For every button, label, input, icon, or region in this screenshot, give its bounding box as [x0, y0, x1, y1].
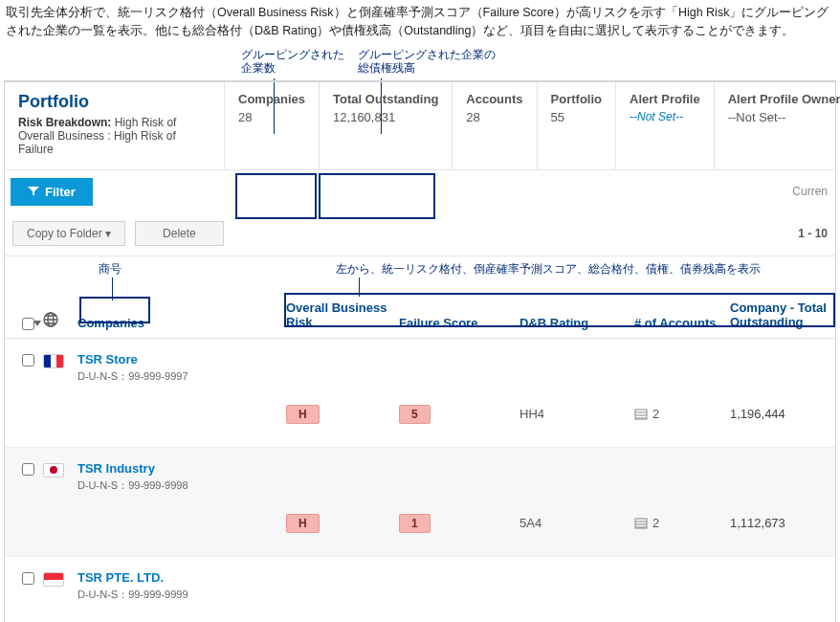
outstanding-value: 1,112,673 [730, 516, 835, 530]
stat-alert-profile-label: Alert Profile [630, 92, 700, 106]
company-link[interactable]: TSR Store [77, 352, 286, 367]
filter-button[interactable]: Filter [11, 178, 93, 206]
currency-selector[interactable]: Curren [792, 185, 828, 198]
company-duns: D-U-N-S：99-999-9998 [77, 478, 286, 493]
stat-accounts-value: 28 [466, 110, 522, 124]
stat-accounts-label: Accounts [466, 92, 522, 106]
stat-alert-owner-value: --Not Set-- [728, 110, 840, 124]
th-risk[interactable]: Overall Business Risk [286, 300, 399, 330]
stat-outstanding-value: 12,160,831 [333, 110, 438, 124]
country-flag [43, 463, 64, 478]
th-rating[interactable]: D&B Rating [519, 316, 634, 330]
stat-alert-profile-value[interactable]: --Not Set-- [630, 110, 700, 123]
row-checkbox[interactable] [22, 572, 34, 585]
annotation-columns: 左から、統一リスク格付、倒産確率予測スコア、総合格付、債権、債券残高を表示 [336, 262, 761, 276]
table-row: TSR Industry D-U-N-S：99-999-9998 H 1 5A4… [5, 448, 835, 557]
annotation-companies: グルーピングされた企業数 [241, 48, 344, 76]
company-link[interactable]: TSR PTE. LTD. [77, 570, 286, 585]
table-row: TSR Store D-U-N-S：99-999-9997 H 5 HH4 2 … [5, 339, 835, 448]
chevron-down-icon[interactable] [33, 321, 41, 326]
country-flag [43, 354, 64, 368]
country-flag [43, 572, 64, 587]
row-checkbox[interactable] [22, 354, 34, 367]
th-companies[interactable]: Companies [77, 316, 286, 330]
delete-button[interactable]: Delete [135, 221, 224, 246]
annotation-company-name: 商号 [99, 262, 122, 276]
intro-text: 取引先全体分析で、統一リスク格付（Overall Business Risk）と… [0, 0, 840, 42]
risk-badge: H [286, 514, 320, 533]
stat-companies-label: Companies [238, 92, 305, 106]
stat-outstanding-label: Total Outstanding [333, 92, 438, 106]
stat-companies-value: 28 [238, 110, 305, 124]
stat-portfolio-label: Portfolio [551, 92, 602, 106]
outstanding-value: 1,196,444 [730, 407, 835, 421]
row-checkbox[interactable] [22, 463, 34, 476]
filter-icon [28, 187, 39, 196]
th-failure[interactable]: Failure Score [399, 316, 519, 330]
risk-breakdown: Risk Breakdown: High Risk of Overall Bus… [18, 116, 210, 156]
stat-portfolio-value: 55 [551, 110, 602, 124]
company-link[interactable]: TSR Industry [77, 461, 286, 476]
copy-folder-button[interactable]: Copy to Folder ▾ [12, 221, 125, 246]
accounts-value[interactable]: 2 [634, 516, 730, 530]
accounts-icon [634, 408, 648, 421]
th-accounts[interactable]: # of Accounts [634, 316, 730, 330]
company-duns: D-U-N-S：99-999-9999 [77, 588, 286, 602]
stat-alert-owner-label: Alert Profile Owner [728, 92, 840, 106]
failure-badge: 1 [399, 514, 431, 533]
accounts-icon [634, 517, 648, 530]
rating-value: 5A4 [519, 516, 634, 530]
table-row: TSR PTE. LTD. D-U-N-S：99-999-9999 H 1 5A… [5, 557, 835, 622]
failure-badge: 5 [399, 405, 431, 424]
accounts-value[interactable]: 2 [634, 407, 730, 421]
globe-icon[interactable] [43, 312, 58, 327]
rating-value: HH4 [519, 407, 634, 421]
risk-badge: H [286, 405, 320, 424]
annotation-outstanding: グルーピングされた企業の総債権残高 [358, 48, 496, 76]
th-outstanding[interactable]: Company - Total Outstanding [730, 300, 835, 330]
table-header: Companies Overall Business Risk Failure … [5, 295, 835, 339]
portfolio-title: Portfolio [18, 92, 210, 112]
company-duns: D-U-N-S：99-999-9997 [77, 369, 286, 384]
paging-indicator: 1 - 10 [798, 227, 828, 240]
app-panel: Portfolio Risk Breakdown: High Risk of O… [4, 80, 836, 623]
